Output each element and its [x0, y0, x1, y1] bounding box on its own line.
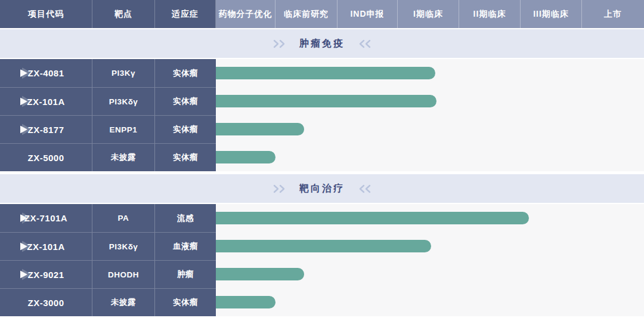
- progress-track: [216, 288, 644, 316]
- indication-label: 实体瘤: [173, 124, 198, 135]
- project-code-cell[interactable]: ZX-8177: [0, 115, 92, 143]
- col-molecule-optimization: 药物分子优化: [216, 0, 275, 28]
- project-code-cell[interactable]: ZX-4081: [0, 59, 92, 87]
- indication-label: 实体瘤: [173, 68, 198, 79]
- table-row: ZX-8177 ENPP1 实体瘤: [0, 115, 644, 143]
- progress-bar: [216, 95, 436, 107]
- indication-cell: 肿瘤: [155, 260, 216, 288]
- progress-track: [216, 59, 644, 87]
- project-code-cell[interactable]: ZX-101A: [0, 87, 92, 115]
- play-icon[interactable]: [20, 271, 27, 279]
- project-code: ZX-101A: [27, 242, 65, 252]
- play-icon[interactable]: [20, 98, 27, 106]
- project-code: ZX-5000: [27, 153, 64, 163]
- project-code-cell[interactable]: ZX-7101A: [0, 204, 92, 232]
- progress-track: [216, 232, 644, 260]
- indication-cell: 实体瘤: [155, 115, 216, 143]
- col-ind-filing: IND申报: [338, 0, 398, 28]
- indication-cell: 血液瘤: [155, 232, 216, 260]
- chevrons-right-icon: [273, 184, 289, 193]
- target-label: ENPP1: [110, 125, 138, 134]
- table-row: ZX-7101A PA 流感: [0, 204, 644, 232]
- project-code-cell[interactable]: ZX-3000: [0, 288, 92, 316]
- table-row: ZX-5000 未披露 实体瘤: [0, 143, 644, 171]
- progress-bar: [216, 123, 304, 135]
- progress-bar: [216, 268, 304, 280]
- play-icon[interactable]: [20, 214, 27, 222]
- indication-cell: 实体瘤: [155, 288, 216, 316]
- table-row: ZX-3000 未披露 实体瘤: [0, 288, 644, 316]
- target-cell: DHODH: [92, 260, 155, 288]
- indication-label: 肿瘤: [177, 269, 194, 280]
- chevrons-right-icon: [273, 39, 289, 48]
- indication-label: 血液瘤: [173, 241, 198, 252]
- section-title: 肿瘤免疫: [299, 38, 345, 50]
- project-code-cell[interactable]: ZX-5000: [0, 143, 92, 171]
- table-row: ZX-9021 DHODH 肿瘤: [0, 260, 644, 288]
- project-code-cell[interactable]: ZX-9021: [0, 260, 92, 288]
- col-phase1: I期临床: [398, 0, 459, 28]
- project-code: ZX-9021: [27, 270, 64, 280]
- target-label: PI3Kδγ: [109, 242, 138, 251]
- target-label: PI3Kγ: [112, 69, 135, 78]
- table-row: ZX-4081 PI3Kγ 实体瘤: [0, 59, 644, 87]
- progress-track: [216, 87, 644, 115]
- project-code-cell[interactable]: ZX-101A: [0, 232, 92, 260]
- progress-track: [216, 204, 644, 232]
- project-code: ZX-4081: [27, 68, 64, 78]
- target-cell: PI3Kγ: [92, 59, 155, 87]
- indication-label: 实体瘤: [173, 96, 198, 107]
- table-row: ZX-101A PI3Kδγ 实体瘤: [0, 87, 644, 115]
- pipeline-page: 项目代码 靶点 适应症 药物分子优化 临床前研究 IND申报 I期临床 II期临…: [0, 0, 644, 321]
- target-cell: 未披露: [92, 143, 155, 171]
- progress-bar: [216, 296, 275, 308]
- chevrons-left-icon: [355, 39, 371, 48]
- section-band-tumor-immunity: 肿瘤免疫: [0, 29, 644, 58]
- progress-track: [216, 115, 644, 143]
- play-icon[interactable]: [20, 69, 27, 77]
- target-label: 未披露: [111, 297, 136, 308]
- indication-cell: 实体瘤: [155, 143, 216, 171]
- target-label: PI3Kδγ: [109, 97, 138, 106]
- progress-track: [216, 260, 644, 288]
- indication-cell: 实体瘤: [155, 59, 216, 87]
- target-cell: PA: [92, 204, 155, 232]
- table-row: ZX-101A PI3Kδγ 血液瘤: [0, 232, 644, 260]
- section-rows-tumor-immunity: ZX-4081 PI3Kγ 实体瘤 ZX-101A PI3Kδγ 实体瘤 ZX-…: [0, 59, 644, 171]
- project-code: ZX-3000: [27, 298, 64, 308]
- col-market: 上市: [582, 0, 644, 28]
- indication-label: 实体瘤: [173, 152, 198, 163]
- section-rows-targeted-therapy: ZX-7101A PA 流感 ZX-101A PI3Kδγ 血液瘤 ZX-902…: [0, 204, 644, 316]
- progress-track: [216, 143, 644, 171]
- target-cell: PI3Kδγ: [92, 232, 155, 260]
- indication-cell: 流感: [155, 204, 216, 232]
- table-header: 项目代码 靶点 适应症 药物分子优化 临床前研究 IND申报 I期临床 II期临…: [0, 0, 644, 28]
- project-code: ZX-8177: [27, 125, 64, 135]
- col-target: 靶点: [92, 0, 155, 28]
- play-icon[interactable]: [20, 243, 27, 251]
- col-phase3: III期临床: [521, 0, 582, 28]
- target-cell: PI3Kδγ: [92, 87, 155, 115]
- progress-bar: [216, 151, 275, 163]
- indication-label: 流感: [177, 213, 194, 224]
- indication-label: 实体瘤: [173, 297, 198, 308]
- progress-bar: [216, 67, 435, 79]
- project-code: ZX-101A: [27, 97, 65, 107]
- progress-bar: [216, 212, 529, 224]
- section-band-targeted-therapy: 靶向治疗: [0, 174, 644, 203]
- target-label: DHODH: [108, 270, 139, 279]
- col-indication: 适应症: [155, 0, 216, 28]
- play-icon[interactable]: [20, 126, 27, 134]
- target-cell: 未披露: [92, 288, 155, 316]
- target-label: 未披露: [111, 152, 136, 163]
- chevrons-left-icon: [355, 184, 371, 193]
- target-label: PA: [118, 214, 129, 223]
- col-phase2: II期临床: [459, 0, 521, 28]
- section-title: 靶向治疗: [299, 183, 345, 195]
- target-cell: ENPP1: [92, 115, 155, 143]
- progress-bar: [216, 240, 431, 252]
- col-preclinical: 临床前研究: [275, 0, 338, 28]
- col-project-code: 项目代码: [0, 0, 92, 28]
- indication-cell: 实体瘤: [155, 87, 216, 115]
